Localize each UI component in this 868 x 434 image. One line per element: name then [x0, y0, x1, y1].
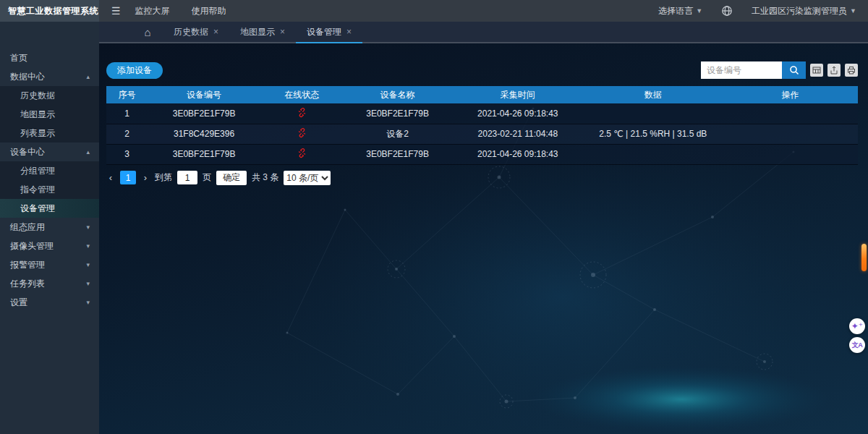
next-page-button[interactable]: ›	[141, 172, 150, 183]
sidebar-item-label: 数据中心	[10, 71, 45, 83]
sidebar-item-label: 任务列表	[10, 278, 45, 290]
sidebar-item-label: 历史数据	[20, 90, 55, 102]
tab-device-management[interactable]: 设备管理×	[296, 22, 362, 43]
sidebar-item-settings[interactable]: 设置▾	[0, 293, 99, 312]
tab-bar: ⌂ 历史数据×地图显示×设备管理×	[99, 22, 868, 43]
sidebar-item-alarm-management[interactable]: 报警管理▾	[0, 255, 99, 274]
sidebar-item-label: 摄像头管理	[10, 240, 54, 252]
search-button[interactable]	[782, 61, 806, 79]
sidebar-item-map-display[interactable]: 地图显示	[0, 105, 99, 124]
goto-page-input[interactable]	[177, 171, 197, 184]
chevron-down-icon: ▼	[850, 7, 856, 14]
sidebar-item-label: 分组管理	[20, 165, 55, 177]
sidebar-item-history-data[interactable]: 历史数据	[0, 86, 99, 105]
page-label: 页	[203, 171, 211, 184]
table-cell: 31F8C429E396	[148, 124, 260, 144]
search-icon	[789, 65, 799, 75]
table-row: 231F8C429E396 设备22023-02-21 11:04:482.5 …	[106, 124, 858, 144]
chevron-down-icon: ▾	[86, 280, 90, 287]
scrollbar-thumb[interactable]	[861, 244, 867, 271]
sidebar-item-label: 设备管理	[20, 203, 55, 215]
menu-collapse-icon[interactable]: ☰	[111, 6, 121, 16]
chevron-down-icon: ▾	[86, 224, 90, 231]
tab-map-display[interactable]: 地图显示×	[229, 22, 296, 43]
top-nav: 监控大屏 使用帮助	[135, 5, 226, 17]
total-count-label: 共 3 条	[252, 171, 278, 184]
search-input[interactable]	[701, 61, 782, 79]
table-cell: 2.5 ℃ | 21.5 %RH | 31.5 dB	[584, 124, 723, 144]
close-icon[interactable]: ×	[280, 27, 285, 37]
offline-status-icon	[260, 124, 343, 144]
column-header: 数据	[584, 86, 723, 103]
sidebar-item-command-management[interactable]: 指令管理	[0, 180, 99, 199]
column-header: 操作	[723, 86, 858, 103]
app-title: 智慧工业数据管理系统	[0, 0, 99, 22]
sidebar-item-data-center[interactable]: 数据中心▴	[0, 67, 99, 86]
sidebar-item-device-management[interactable]: 设备管理	[0, 199, 99, 218]
tab-label: 历史数据	[174, 26, 208, 38]
sidebar-item-configuration-app[interactable]: 组态应用▾	[0, 218, 99, 237]
table-cell: 3E0BF2E1F79B	[343, 144, 452, 164]
globe-icon[interactable]	[721, 5, 733, 17]
language-select[interactable]: 选择语言 ▼	[658, 5, 702, 17]
close-icon[interactable]: ×	[213, 27, 218, 37]
pagination: ‹ 1 › 到第 页 确定 共 3 条 10 条/页	[106, 171, 858, 185]
user-menu[interactable]: 工业园区污染监测管理员 ▼	[752, 5, 856, 17]
sidebar-item-list-display[interactable]: 列表显示	[0, 124, 99, 142]
chevron-down-icon: ▼	[696, 7, 702, 14]
offline-status-icon	[260, 103, 343, 124]
home-tab-icon[interactable]: ⌂	[132, 22, 163, 42]
sidebar-item-device-center[interactable]: 设备中心▴	[0, 142, 99, 161]
table-cell: 3E0BF2E1F79B	[343, 103, 452, 124]
table-cell: 3E0BF2E1F79B	[148, 103, 260, 124]
nav-monitor-screen[interactable]: 监控大屏	[135, 5, 170, 17]
tab-history-data[interactable]: 历史数据×	[163, 22, 229, 43]
table-cell	[584, 103, 723, 124]
column-header: 序号	[106, 86, 148, 103]
main-area: ⌂ 历史数据×地图显示×设备管理× 添加设备	[99, 22, 868, 434]
ai-assistant-button[interactable]: ✦⁺	[849, 318, 865, 334]
page-size-select[interactable]: 10 条/页	[284, 171, 331, 185]
close-icon[interactable]: ×	[346, 27, 352, 37]
current-page-button[interactable]: 1	[120, 171, 136, 184]
translate-icon: 文A	[852, 341, 863, 350]
export-button[interactable]	[827, 64, 841, 77]
language-label: 选择语言	[658, 5, 693, 17]
table-cell: 2021-04-26 09:18:43	[452, 144, 584, 164]
columns-filter-button[interactable]	[810, 64, 823, 77]
sidebar-item-group-management[interactable]: 分组管理	[0, 161, 99, 180]
sidebar-item-label: 列表显示	[20, 127, 55, 140]
table-cell	[723, 124, 858, 144]
table-cell	[584, 144, 723, 164]
sidebar-item-home[interactable]: 首页	[0, 48, 99, 67]
table-cell: 2	[106, 124, 148, 144]
table-header-row: 序号设备编号在线状态设备名称采集时间数据操作	[106, 86, 858, 103]
offline-status-icon	[260, 144, 343, 164]
column-header: 设备编号	[148, 86, 260, 103]
confirm-page-button[interactable]: 确定	[216, 171, 247, 185]
translate-button[interactable]: 文A	[849, 337, 865, 353]
table-cell: 2023-02-21 11:04:48	[452, 124, 584, 144]
nav-help[interactable]: 使用帮助	[192, 5, 226, 17]
content-area: 添加设备	[99, 43, 868, 185]
top-bar: 智慧工业数据管理系统 ☰ 监控大屏 使用帮助 选择语言 ▼ 工业园区污染监测管理…	[0, 0, 868, 22]
chevron-down-icon: ▾	[86, 261, 90, 268]
add-device-button[interactable]: 添加设备	[106, 62, 163, 79]
tab-label: 地图显示	[240, 26, 275, 38]
table-cell: 设备2	[343, 124, 452, 144]
export-icon	[830, 66, 838, 75]
goto-label: 到第	[155, 171, 172, 184]
tab-label: 设备管理	[307, 26, 341, 38]
table-cell: 3	[106, 144, 148, 164]
table-row: 33E0BF2E1F79B 3E0BF2E1F79B2021-04-26 09:…	[106, 144, 858, 164]
sidebar-item-camera-management[interactable]: 摄像头管理▾	[0, 237, 99, 255]
sidebar-item-label: 报警管理	[10, 259, 45, 271]
sidebar-item-label: 指令管理	[20, 184, 55, 196]
user-name: 工业园区污染监测管理员	[752, 5, 847, 17]
sidebar: 首页数据中心▴历史数据地图显示列表显示设备中心▴分组管理指令管理设备管理组态应用…	[0, 22, 99, 434]
sidebar-item-task-list[interactable]: 任务列表▾	[0, 274, 99, 293]
print-button[interactable]	[845, 64, 858, 77]
prev-page-button[interactable]: ‹	[106, 172, 115, 183]
table-body: 13E0BF2E1F79B 3E0BF2E1F79B2021-04-26 09:…	[106, 103, 858, 164]
print-icon	[847, 66, 856, 75]
